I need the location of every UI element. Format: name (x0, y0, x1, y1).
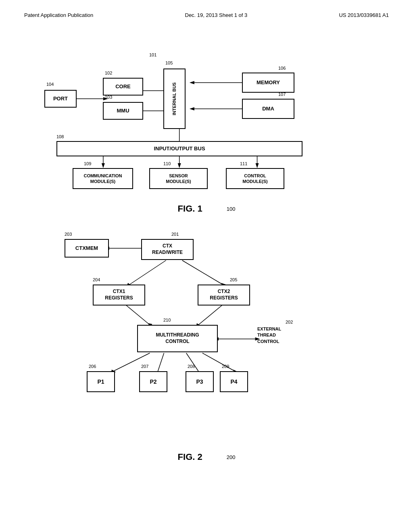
svg-marker-20 (178, 163, 181, 168)
box-ctxmem: CTXMEM (65, 239, 109, 258)
svg-line-34 (198, 305, 223, 325)
box-internal-bus: INTERNAL BUS (163, 69, 186, 129)
svg-marker-9 (190, 81, 194, 84)
box-p4: P4 (220, 371, 248, 392)
svg-line-28 (129, 260, 166, 285)
ref-110: 110 (163, 161, 171, 166)
ref-109: 109 (84, 161, 91, 166)
ref-201: 201 (171, 232, 179, 237)
svg-line-45 (202, 353, 235, 371)
header-center: Dec. 19, 2013 Sheet 1 of 3 (185, 12, 248, 18)
ref-210: 210 (163, 318, 171, 322)
box-port: PORT (44, 90, 77, 108)
box-p3: P3 (186, 371, 214, 392)
page: Patent Application Publication Dec. 19, … (0, 0, 413, 532)
svg-marker-12 (190, 107, 194, 110)
header-left: Patent Application Publication (24, 12, 93, 18)
ref-202: 202 (286, 320, 293, 324)
box-control-mod: CONTROLMODULE(S) (226, 168, 284, 189)
ref-206: 206 (89, 364, 96, 369)
ref-209: 209 (222, 364, 229, 369)
box-sensor-mod: SENSORMODULE(S) (149, 168, 208, 189)
fig2-ref: 200 (227, 454, 236, 460)
ref-203: 203 (65, 232, 72, 237)
fig1-caption: FIG. 1 100 (24, 204, 389, 214)
fig1-label: FIG. 1 (178, 204, 202, 214)
ref-108: 108 (56, 134, 64, 139)
box-p2: P2 (139, 371, 167, 392)
box-ctx2-reg: CTX2REGISTERS (198, 285, 250, 305)
ref-101: 101 (149, 52, 156, 57)
box-dma: DMA (242, 99, 294, 119)
fig2-label: FIG. 2 (178, 452, 202, 462)
box-ctx-rw: CTXREAD/WRITE (141, 239, 194, 260)
ref-205: 205 (230, 277, 237, 282)
box-ctx1-reg: CTX1REGISTERS (93, 285, 145, 305)
text-ext-thread: EXTERNALTHREADCONTROL (257, 326, 306, 345)
ref-105: 105 (165, 60, 173, 65)
fig2-caption: FIG. 2 200 (24, 452, 389, 462)
fig2-section: CTXMEM 203 CTXREAD/WRITE 201 CTX1REGISTE… (24, 222, 389, 462)
fig1-ref: 100 (227, 206, 236, 212)
svg-line-41 (158, 353, 164, 371)
box-mt-control: MULTITHREADINGCONTROL (137, 325, 218, 352)
ref-208: 208 (188, 364, 195, 369)
svg-line-32 (125, 305, 150, 325)
box-memory: MEMORY (242, 73, 294, 93)
svg-marker-23 (256, 163, 259, 168)
box-mmu: MMU (103, 102, 143, 120)
ref-107: 107 (278, 92, 286, 97)
svg-marker-17 (102, 163, 105, 168)
ref-106: 106 (278, 66, 286, 71)
page-header: Patent Application Publication Dec. 19, … (24, 12, 389, 18)
box-io-bus: INPUT/OUTPUT BUS (56, 141, 302, 156)
fig1-section: PORT 104 CORE 102 MMU 103 INTERNAL BUS 1… (24, 30, 389, 214)
header-right: US 2013/0339681 A1 (339, 12, 389, 18)
ref-111: 111 (240, 161, 247, 166)
ref-207: 207 (141, 364, 148, 369)
ref-204: 204 (93, 277, 100, 282)
ref-104: 104 (46, 82, 54, 87)
svg-line-30 (182, 260, 223, 285)
box-comm-mod: COMMUNICATIONMODULE(S) (73, 168, 133, 189)
box-p1: P1 (87, 371, 115, 392)
ref-103: 103 (105, 95, 112, 100)
fig1-container: PORT 104 CORE 102 MMU 103 INTERNAL BUS 1… (24, 30, 389, 200)
fig2-container: CTXMEM 203 CTXREAD/WRITE 201 CTX1REGISTE… (24, 222, 389, 448)
box-core: CORE (103, 78, 143, 96)
ref-102: 102 (105, 71, 112, 75)
